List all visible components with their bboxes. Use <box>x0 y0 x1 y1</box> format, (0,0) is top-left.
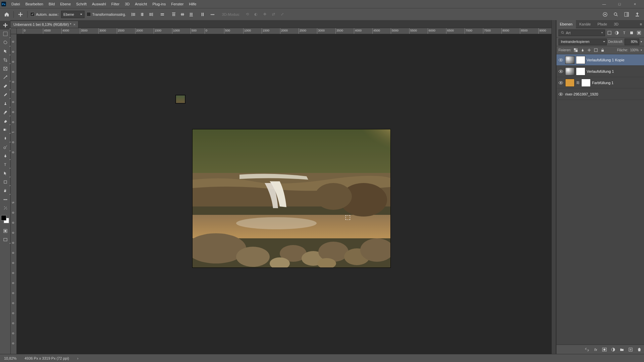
layer-visibility-toggle[interactable] <box>558 57 564 63</box>
document-tab[interactable]: Unbenannt-1 bei 8,13% (RGB/8#) * × <box>11 21 78 28</box>
menu-hilfe[interactable]: Hilfe <box>186 0 199 8</box>
window-close-button[interactable]: × <box>627 0 643 8</box>
fill-stepper[interactable]: ▾ <box>641 49 642 52</box>
filter-adjustment-button[interactable] <box>614 30 620 36</box>
align-left-button[interactable] <box>129 10 138 18</box>
align-right-button[interactable] <box>147 10 155 18</box>
menu-bild[interactable]: Bild <box>46 0 57 8</box>
blur-tool[interactable] <box>0 134 11 143</box>
fill-input[interactable]: 100% <box>630 48 639 52</box>
brush-tool[interactable] <box>0 90 11 99</box>
menu-filter[interactable]: Filter <box>109 0 122 8</box>
lasso-tool[interactable] <box>0 38 11 47</box>
cloud-docs-button[interactable] <box>601 10 609 18</box>
layer-thumbnail[interactable] <box>565 56 575 64</box>
window-maximize-button[interactable]: □ <box>612 0 627 8</box>
path-select-tool[interactable] <box>0 169 11 178</box>
ruler-horizontal[interactable]: 0450040003500300025002000150010005000500… <box>17 28 551 34</box>
search-button[interactable] <box>612 10 620 18</box>
menu-datei[interactable]: Datei <box>9 0 23 8</box>
layer-visibility-toggle[interactable] <box>558 91 564 97</box>
layer-row[interactable]: Verlaufsfüllung 1 Kopie <box>556 54 644 66</box>
color-swatches[interactable] <box>0 215 11 225</box>
layer-thumbnail[interactable] <box>565 67 575 75</box>
layer-visibility-toggle[interactable] <box>558 80 564 86</box>
menu-plugins[interactable]: Plug-ins <box>150 0 168 8</box>
shape-tool[interactable] <box>0 178 11 186</box>
frame-tool[interactable] <box>0 64 11 73</box>
layer-name[interactable]: Verlaufsfüllung 1 <box>587 69 643 73</box>
distribute-v-button[interactable] <box>199 10 207 18</box>
layer-mask-button[interactable] <box>602 347 607 352</box>
more-align-button[interactable]: ••• <box>209 10 217 18</box>
move-tool[interactable] <box>0 21 11 29</box>
lock-position-button[interactable] <box>587 48 591 53</box>
panel-tab-ebenen[interactable]: Ebenen <box>556 20 576 28</box>
menu-ebene[interactable]: Ebene <box>57 0 73 8</box>
lock-all-button[interactable] <box>600 48 605 53</box>
align-middle-button[interactable] <box>178 10 186 18</box>
auto-select-dropdown[interactable]: Ebene <box>61 11 85 18</box>
history-brush-tool[interactable] <box>0 108 11 117</box>
layer-mask-thumbnail[interactable] <box>576 56 585 64</box>
edit-toolbar-button[interactable] <box>0 204 11 213</box>
type-tool[interactable]: T <box>0 160 11 169</box>
layer-mask-thumbnail[interactable] <box>576 67 585 75</box>
layer-link-icon[interactable]: ⛓ <box>576 81 580 84</box>
layer-name[interactable]: Verlaufsfüllung 1 Kopie <box>587 58 643 62</box>
eraser-tool[interactable] <box>0 117 11 125</box>
filter-smart-button[interactable] <box>636 30 642 36</box>
menu-fenster[interactable]: Fenster <box>168 0 186 8</box>
opacity-input[interactable]: 80% <box>625 39 639 45</box>
layer-style-button[interactable]: fx <box>593 347 598 352</box>
quickmask-button[interactable] <box>0 227 11 235</box>
collapsed-panel-dock[interactable] <box>551 20 556 354</box>
transform-controls-checkbox[interactable]: Transformationsstrg. <box>87 12 126 16</box>
stamp-tool[interactable] <box>0 99 11 108</box>
ellipsis-tool[interactable]: ••• <box>0 195 11 204</box>
panel-tab-3d[interactable]: 3D <box>610 20 622 28</box>
status-zoom[interactable]: 10,82% <box>4 356 16 360</box>
layer-filter-search[interactable]: Art ▾ <box>558 29 605 36</box>
align-bottom-button[interactable] <box>187 10 195 18</box>
workspace-button[interactable] <box>623 10 631 18</box>
quick-select-tool[interactable] <box>0 47 11 56</box>
layer-name[interactable]: river-2951997_1920 <box>565 92 643 96</box>
panel-tab-kanaele[interactable]: Kanäle <box>576 20 594 28</box>
gradient-tool[interactable] <box>0 125 11 134</box>
link-layers-button[interactable] <box>584 347 590 352</box>
home-button[interactable] <box>3 10 11 18</box>
status-info-arrow[interactable]: › <box>77 356 78 360</box>
lock-artboard-button[interactable] <box>593 48 598 53</box>
layer-group-button[interactable] <box>619 347 625 352</box>
canvas-area[interactable] <box>17 34 551 354</box>
menu-auswahl[interactable]: Auswahl <box>89 0 109 8</box>
filter-type-button[interactable]: T <box>621 30 627 36</box>
window-minimize-button[interactable]: — <box>596 0 612 8</box>
lock-pixels-button[interactable] <box>580 48 585 53</box>
layer-thumbnail[interactable] <box>565 79 575 87</box>
hand-tool[interactable] <box>0 186 11 195</box>
layer-row[interactable]: ⛓Farbfüllung 1 <box>556 77 644 88</box>
document-image[interactable] <box>193 129 390 267</box>
menu-schrift[interactable]: Schrift <box>73 0 89 8</box>
marquee-tool[interactable] <box>0 29 11 38</box>
align-center-h-button[interactable] <box>138 10 146 18</box>
share-button[interactable] <box>633 10 641 18</box>
layer-row[interactable]: river-2951997_1920 <box>556 88 644 100</box>
dodge-tool[interactable] <box>0 143 11 152</box>
new-layer-button[interactable] <box>628 347 633 352</box>
adjustment-layer-button[interactable] <box>610 347 616 352</box>
pen-tool[interactable] <box>0 152 11 160</box>
lock-transparency-button[interactable] <box>573 48 578 53</box>
filter-shape-button[interactable] <box>629 30 635 36</box>
layer-row[interactable]: Verlaufsfüllung 1 <box>556 66 644 77</box>
status-doc-info[interactable]: 4936 Px x 3319 Px (72 ppi) <box>24 356 69 360</box>
ruler-vertical[interactable]: 000000000100500000000000000 <box>11 34 17 354</box>
foreground-color[interactable] <box>1 215 6 221</box>
auto-select-checkbox[interactable]: Autom. ausw.: <box>30 12 59 16</box>
layer-mask-thumbnail[interactable] <box>581 79 591 87</box>
ruler-origin[interactable] <box>11 28 17 34</box>
panel-menu-button[interactable]: ≡ <box>638 22 644 26</box>
layer-name[interactable]: Farbfüllung 1 <box>592 81 643 85</box>
